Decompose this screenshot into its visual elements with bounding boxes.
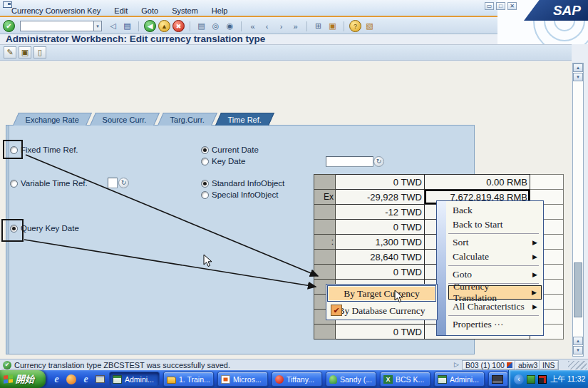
key-date-input[interactable] — [326, 156, 373, 167]
last-page-icon[interactable]: » — [289, 20, 301, 32]
command-field[interactable] — [20, 21, 94, 31]
context-menu-item-back-to-start[interactable]: Back to Start — [448, 218, 542, 232]
msn-icon[interactable]: e — [81, 374, 91, 384]
resize-grip[interactable] — [568, 361, 587, 369]
scroll-down-icon[interactable]: ▼ — [573, 346, 583, 354]
radio-key-date[interactable]: Key Date — [201, 157, 245, 165]
vertical-scrollbar[interactable]: ▲ ▼ ▲ ▼ — [572, 63, 584, 357]
tab-source-curr[interactable]: Source Curr. — [90, 113, 160, 126]
start-button[interactable]: 開始 — [0, 370, 46, 388]
close-button[interactable]: ✕ — [507, 2, 517, 10]
scroll-down-icon[interactable]: ▼ — [573, 73, 583, 81]
enter-icon[interactable]: ✔ — [3, 20, 15, 32]
task-button-micros[interactable]: Micros... — [217, 372, 268, 387]
restore-button[interactable]: □ — [496, 2, 505, 10]
twd-value-cell[interactable]: 0 TWD — [336, 175, 425, 190]
print-icon[interactable]: ▤ — [195, 20, 207, 32]
task-button-admini[interactable]: Admini... — [109, 372, 160, 387]
create-shortcut-icon[interactable]: ▣ — [326, 20, 339, 32]
twd-value-cell[interactable]: -29,928 TWD — [336, 190, 425, 205]
context-menu-item-goto[interactable]: Goto▶ — [448, 267, 542, 282]
copy-icon[interactable]: ▣ — [19, 46, 31, 58]
context-menu-item-back[interactable]: Back — [448, 203, 542, 218]
menu-item-currency-conversion-key[interactable]: Currency Conversion Key — [11, 6, 100, 15]
key-date-matchcode-icon[interactable]: ↻ — [373, 156, 384, 167]
scroll-up-icon[interactable]: ▲ — [573, 337, 583, 345]
twd-value-cell[interactable]: 28,640 TWD — [336, 250, 425, 265]
radio-icon[interactable] — [201, 180, 209, 188]
nav-exit-icon[interactable]: ▲ — [158, 20, 170, 32]
ime-icon[interactable] — [527, 375, 535, 384]
submenu-item-by-target-currency[interactable]: By Target Currency — [327, 285, 436, 302]
customize-icon[interactable]: ▧ — [363, 20, 376, 32]
row-header-cell[interactable]: Ex — [314, 190, 336, 205]
radio-variable-time-ref[interactable]: Variable Time Ref. — [10, 179, 88, 188]
radio-icon[interactable] — [201, 146, 209, 154]
twd-value-cell[interactable]: 0 TWD — [336, 325, 425, 340]
context-menu-item-sort[interactable]: Sort▶ — [448, 235, 542, 250]
row-header-cell[interactable] — [314, 220, 336, 235]
command-field-dropdown-icon[interactable]: ▾ — [94, 21, 102, 31]
host-box[interactable]: abiw3 — [515, 360, 541, 370]
empty-cell[interactable] — [530, 175, 564, 190]
row-header-cell[interactable]: : — [314, 235, 336, 250]
submenu-item-by-database-currency[interactable]: ✔By Database Currency — [327, 302, 436, 319]
radio-special-infoobject[interactable]: Special InfoObject — [201, 190, 278, 199]
radio-standard-infoobject[interactable]: Standard InfoObject — [201, 179, 284, 188]
variable-time-ref-input[interactable] — [108, 178, 118, 188]
radio-current-date[interactable]: Current Date — [201, 146, 259, 154]
tab-targ-curr[interactable]: Targ.Curr. — [158, 113, 217, 126]
help-icon[interactable]: ? — [349, 20, 361, 32]
context-menu-item-calculate[interactable]: Calculate▶ — [448, 250, 542, 264]
prev-page-icon[interactable]: ‹ — [261, 20, 273, 32]
row-header-cell[interactable] — [314, 250, 336, 265]
firefox-icon[interactable] — [66, 374, 76, 384]
task-button-bcs-k[interactable]: XBCS K... — [380, 372, 430, 387]
new-session-icon[interactable]: ⊞ — [312, 20, 324, 32]
menu-item-goto[interactable]: Goto — [141, 6, 158, 15]
task-button-1-train[interactable]: 1. Train... — [163, 372, 214, 387]
first-page-icon[interactable]: « — [247, 20, 259, 32]
twd-value-cell[interactable]: -12 TWD — [336, 205, 425, 220]
tab-exchange-rate[interactable]: Exchange Rate — [13, 113, 92, 126]
rmb-value-cell[interactable]: 0.00 RMB — [425, 175, 530, 190]
next-page-icon[interactable]: › — [275, 20, 287, 32]
delete-icon[interactable]: ▯ — [33, 46, 46, 58]
menu-item-help[interactable]: Help — [212, 6, 228, 15]
system-info-box[interactable]: B03 (1) 100 — [462, 360, 516, 370]
nav-cancel-icon[interactable]: ✖ — [172, 20, 185, 32]
back-small-icon[interactable]: ◁ — [107, 20, 119, 32]
find-icon[interactable]: ◎ — [210, 20, 222, 32]
find-next-icon[interactable]: ◉ — [224, 20, 236, 32]
row-header-cell[interactable] — [314, 325, 336, 340]
scroll-up-icon[interactable]: ▲ — [573, 63, 583, 72]
row-header-cell[interactable] — [314, 265, 336, 280]
display-change-icon[interactable]: ✎ — [4, 46, 16, 58]
context-menu-item-currency-translation[interactable]: Currency Translation▶ — [448, 285, 542, 300]
show-desktop-icon[interactable] — [96, 375, 105, 383]
ie-icon[interactable]: e — [51, 374, 62, 384]
task-button-tiffany[interactable]: Tiffany... — [272, 372, 322, 387]
nav-back-icon[interactable]: ◀ — [144, 20, 156, 32]
minimize-button[interactable]: ▭ — [485, 2, 494, 10]
tab-time-ref[interactable]: Time Ref. — [215, 113, 274, 126]
twd-value-cell[interactable]: 0 TWD — [336, 265, 425, 280]
app-tray-icon[interactable] — [538, 375, 547, 384]
status-expander-icon[interactable]: ▷ — [454, 361, 459, 368]
save-icon[interactable]: ▤ — [121, 20, 133, 32]
radio-icon[interactable] — [10, 180, 18, 188]
task-button-sandy[interactable]: Sandy (... — [326, 372, 376, 387]
row-header-cell[interactable] — [314, 205, 336, 220]
insert-mode-box[interactable]: INS — [539, 360, 559, 370]
tray-collapse-icon[interactable]: ‹ — [514, 374, 524, 384]
task-button-admini[interactable]: Admini... — [434, 372, 485, 387]
twd-value-cell[interactable]: 1,300 TWD — [336, 235, 425, 250]
context-menu-item-all-characteristics[interactable]: All Characteristics▶ — [448, 300, 542, 314]
context-menu-item-properties[interactable]: Properties ··· — [448, 317, 542, 332]
twd-value-cell[interactable]: 0 TWD — [336, 220, 425, 235]
task-button-minimized[interactable] — [488, 372, 508, 387]
menu-item-system[interactable]: System — [172, 6, 198, 15]
radio-icon[interactable] — [201, 191, 209, 199]
row-header-cell[interactable] — [314, 175, 336, 190]
radio-icon[interactable] — [201, 158, 209, 165]
